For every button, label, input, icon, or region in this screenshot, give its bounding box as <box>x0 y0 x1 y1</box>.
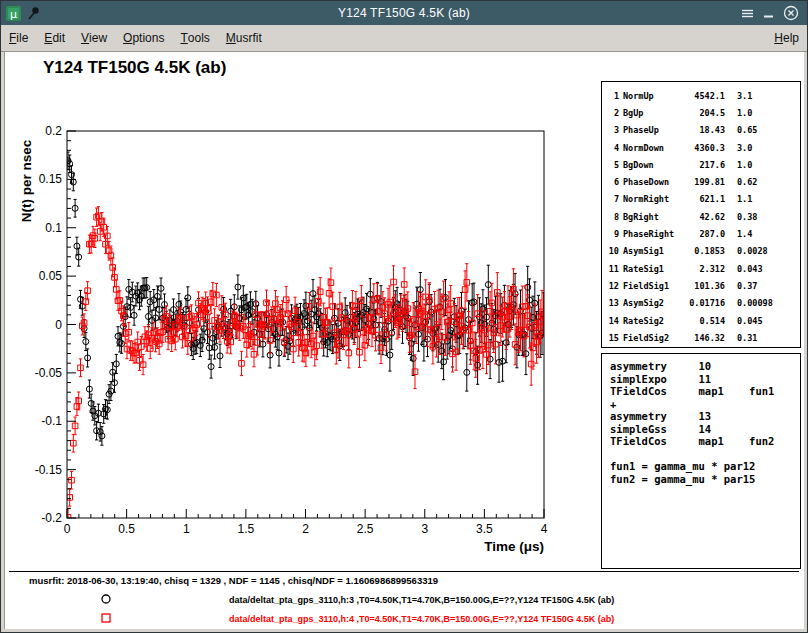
parameter-row: 9PhaseRight287.01.4 <box>602 225 800 242</box>
legend-square-marker <box>99 611 113 629</box>
plot-title: Y124 TF150G 4.5K (ab) <box>43 58 226 78</box>
parameter-error: 1.1 <box>729 194 800 204</box>
parameter-value: 4360.3 <box>685 143 725 153</box>
parameter-name: AsymSig2 <box>623 298 681 308</box>
menu-item-file[interactable]: File <box>1 25 36 51</box>
svg-text:0.1: 0.1 <box>45 221 62 235</box>
parameter-row: 7NormRight621.11.1 <box>602 191 800 208</box>
parameter-name: NormDown <box>623 143 681 153</box>
titlebar: μ Y124 TF150G 4.5K (ab) <box>1 1 807 25</box>
parameter-error: 0.045 <box>729 316 800 326</box>
parameter-error: 0.31 <box>729 333 800 343</box>
parameter-row: 13AsymSig20.017160.00098 <box>602 295 800 312</box>
parameter-value: 621.1 <box>685 194 725 204</box>
parameter-no: 14 <box>606 316 619 326</box>
parameter-name: FieldSig2 <box>623 333 681 343</box>
parameter-row: 6PhaseDown199.810.62 <box>602 173 800 190</box>
svg-text:2.5: 2.5 <box>357 522 374 536</box>
parameter-no: 10 <box>606 246 619 256</box>
parameter-name: BgRight <box>623 212 681 222</box>
svg-text:1: 1 <box>183 522 190 536</box>
svg-text:-0.2: -0.2 <box>41 511 62 525</box>
parameter-name: NormRight <box>623 194 681 204</box>
svg-text:0.2: 0.2 <box>45 124 62 138</box>
parameter-value: 0.01716 <box>685 298 725 308</box>
theory-line: TFieldCos map1 fun1 <box>610 385 800 398</box>
y-axis-title: N(t) per nsec <box>19 139 34 222</box>
theory-line: asymmetry 13 <box>610 410 800 423</box>
canvas-area: 00.511.522.533.54-0.2-0.15-0.1-0.0500.05… <box>4 51 804 629</box>
parameter-name: RateSig2 <box>623 316 681 326</box>
parameter-name: RateSig1 <box>623 264 681 274</box>
parameter-name: PhaseDown <box>623 177 681 187</box>
error-bars <box>66 207 545 526</box>
legend-row: data/deltat_pta_gps_3110,h:3 ,T0=4.50K,T… <box>4 591 804 610</box>
parameter-value: 4542.1 <box>685 91 725 101</box>
window-menu-icon[interactable] <box>741 7 754 20</box>
parameter-name: NormUp <box>623 91 681 101</box>
data-series-2 <box>65 207 546 526</box>
parameter-error: 0.0028 <box>729 246 800 256</box>
parameter-row: 14RateSig20.5140.045 <box>602 312 800 329</box>
parameter-no: 13 <box>606 298 619 308</box>
theory-line: fun1 = gamma_mu * par12 <box>610 460 800 473</box>
parameter-no: 11 <box>606 264 619 274</box>
svg-text:3.5: 3.5 <box>476 522 493 536</box>
close-button[interactable] <box>783 5 799 21</box>
theory-block: asymmetry 10simplExpo 11TFieldCos map1 f… <box>601 353 801 569</box>
parameter-no: 6 <box>606 177 619 187</box>
parameter-value: 217.6 <box>685 160 725 170</box>
parameter-no: 8 <box>606 212 619 222</box>
menu-spacer <box>270 25 766 51</box>
window-title: Y124 TF150G 4.5K (ab) <box>1 6 807 20</box>
footer-separator <box>9 571 799 572</box>
svg-text:3: 3 <box>421 522 428 536</box>
menu-right-group: Help <box>766 25 807 51</box>
menu-item-tools[interactable]: Tools <box>172 25 217 51</box>
svg-text:-0.1: -0.1 <box>41 414 62 428</box>
menubar: FileEditViewOptionsToolsMusrfit Help <box>1 25 807 52</box>
x-axis-title: Time (μs) <box>484 539 544 554</box>
parameter-error: 0.043 <box>729 264 800 274</box>
svg-text:1.5: 1.5 <box>238 522 255 536</box>
parameter-name: BgUp <box>623 108 681 118</box>
theory-line <box>610 448 800 461</box>
menu-item-edit[interactable]: Edit <box>36 25 73 51</box>
legend-label: data/deltat_pta_gps_3110,h:3 ,T0=4.50K,T… <box>229 595 614 605</box>
app-icon[interactable]: μ <box>6 6 21 21</box>
parameter-value: 204.5 <box>685 108 725 118</box>
parameter-error: 1.0 <box>729 108 800 118</box>
parameter-value: 287.0 <box>685 229 725 239</box>
svg-text:0.05: 0.05 <box>39 269 63 283</box>
parameter-error: 0.37 <box>729 281 800 291</box>
pin-icon[interactable] <box>26 6 40 21</box>
menu-item-musrfit[interactable]: Musrfit <box>218 25 270 51</box>
parameter-no: 5 <box>606 160 619 170</box>
menu-item-options[interactable]: Options <box>115 25 172 51</box>
parameter-no: 4 <box>606 143 619 153</box>
parameter-value: 2.312 <box>685 264 725 274</box>
parameter-value: 0.514 <box>685 316 725 326</box>
svg-text:2: 2 <box>302 522 309 536</box>
menu-item-help[interactable]: Help <box>766 25 807 51</box>
parameter-name: PhaseRight <box>623 229 681 239</box>
parameter-value: 101.36 <box>685 281 725 291</box>
parameter-name: BgDown <box>623 160 681 170</box>
legend-label: data/deltat_pta_gps_3110,h:4 ,T0=4.50K,T… <box>229 614 614 624</box>
parameter-name: PhaseUp <box>623 125 681 135</box>
parameter-error: 0.62 <box>729 177 800 187</box>
plot-canvas[interactable]: 00.511.522.533.54-0.2-0.15-0.1-0.0500.05… <box>4 51 588 611</box>
parameter-no: 15 <box>606 333 619 343</box>
parameter-error: 3.1 <box>729 91 800 101</box>
parameter-error: 0.38 <box>729 212 800 222</box>
theory-line: asymmetry 10 <box>610 360 800 373</box>
theory-line: simplExpo 11 <box>610 373 800 386</box>
parameter-row: 3PhaseUp18.430.65 <box>602 122 800 139</box>
menu-item-view[interactable]: View <box>73 25 115 51</box>
svg-text:0: 0 <box>64 522 71 536</box>
minimize-button[interactable] <box>762 7 775 20</box>
legend-circle-marker <box>99 592 113 610</box>
parameter-name: AsymSig1 <box>623 246 681 256</box>
parameter-table: 1NormUp4542.13.12BgUp204.51.03PhaseUp18.… <box>601 81 801 348</box>
svg-text:0: 0 <box>55 318 62 332</box>
